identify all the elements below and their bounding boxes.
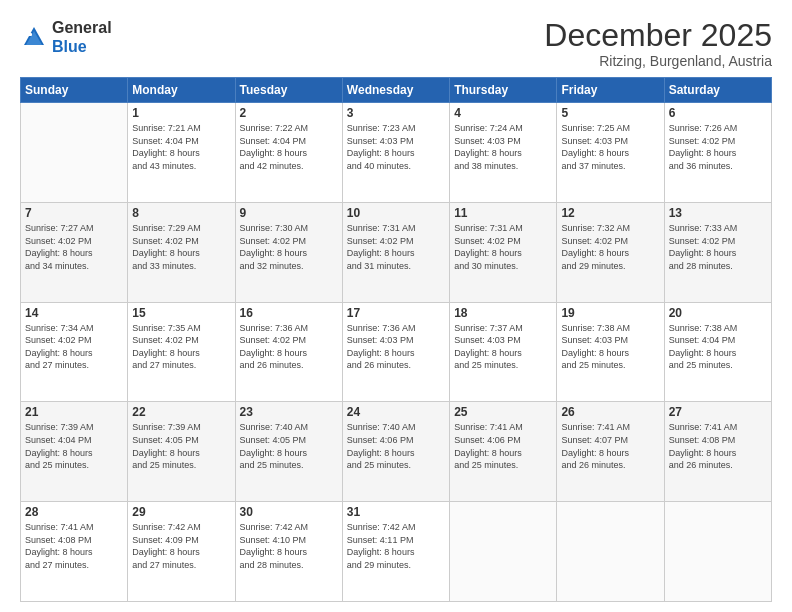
day-number: 6: [669, 106, 767, 120]
calendar-cell: 4Sunrise: 7:24 AM Sunset: 4:03 PM Daylig…: [450, 103, 557, 203]
day-number: 17: [347, 306, 445, 320]
weekday-saturday: Saturday: [664, 78, 771, 103]
calendar-cell: 10Sunrise: 7:31 AM Sunset: 4:02 PM Dayli…: [342, 202, 449, 302]
calendar-cell: 23Sunrise: 7:40 AM Sunset: 4:05 PM Dayli…: [235, 402, 342, 502]
day-info: Sunrise: 7:36 AM Sunset: 4:03 PM Dayligh…: [347, 322, 445, 372]
weekday-tuesday: Tuesday: [235, 78, 342, 103]
day-number: 3: [347, 106, 445, 120]
calendar-cell: 6Sunrise: 7:26 AM Sunset: 4:02 PM Daylig…: [664, 103, 771, 203]
day-number: 2: [240, 106, 338, 120]
day-number: 4: [454, 106, 552, 120]
day-number: 12: [561, 206, 659, 220]
calendar-cell: [557, 502, 664, 602]
calendar-cell: 19Sunrise: 7:38 AM Sunset: 4:03 PM Dayli…: [557, 302, 664, 402]
day-number: 13: [669, 206, 767, 220]
day-number: 21: [25, 405, 123, 419]
logo-general: General: [52, 18, 112, 37]
calendar-week-1: 1Sunrise: 7:21 AM Sunset: 4:04 PM Daylig…: [21, 103, 772, 203]
calendar-cell: 14Sunrise: 7:34 AM Sunset: 4:02 PM Dayli…: [21, 302, 128, 402]
weekday-wednesday: Wednesday: [342, 78, 449, 103]
calendar-cell: 28Sunrise: 7:41 AM Sunset: 4:08 PM Dayli…: [21, 502, 128, 602]
calendar-cell: 13Sunrise: 7:33 AM Sunset: 4:02 PM Dayli…: [664, 202, 771, 302]
day-info: Sunrise: 7:38 AM Sunset: 4:03 PM Dayligh…: [561, 322, 659, 372]
day-info: Sunrise: 7:34 AM Sunset: 4:02 PM Dayligh…: [25, 322, 123, 372]
day-number: 20: [669, 306, 767, 320]
day-info: Sunrise: 7:26 AM Sunset: 4:02 PM Dayligh…: [669, 122, 767, 172]
weekday-monday: Monday: [128, 78, 235, 103]
calendar-cell: 7Sunrise: 7:27 AM Sunset: 4:02 PM Daylig…: [21, 202, 128, 302]
calendar-cell: 17Sunrise: 7:36 AM Sunset: 4:03 PM Dayli…: [342, 302, 449, 402]
weekday-header-row: SundayMondayTuesdayWednesdayThursdayFrid…: [21, 78, 772, 103]
day-number: 19: [561, 306, 659, 320]
calendar-cell: 8Sunrise: 7:29 AM Sunset: 4:02 PM Daylig…: [128, 202, 235, 302]
day-number: 28: [25, 505, 123, 519]
day-info: Sunrise: 7:38 AM Sunset: 4:04 PM Dayligh…: [669, 322, 767, 372]
weekday-friday: Friday: [557, 78, 664, 103]
calendar-cell: [21, 103, 128, 203]
day-number: 5: [561, 106, 659, 120]
day-number: 15: [132, 306, 230, 320]
calendar-cell: 20Sunrise: 7:38 AM Sunset: 4:04 PM Dayli…: [664, 302, 771, 402]
day-info: Sunrise: 7:32 AM Sunset: 4:02 PM Dayligh…: [561, 222, 659, 272]
logo-icon: [20, 23, 48, 51]
calendar-week-4: 21Sunrise: 7:39 AM Sunset: 4:04 PM Dayli…: [21, 402, 772, 502]
calendar-cell: 15Sunrise: 7:35 AM Sunset: 4:02 PM Dayli…: [128, 302, 235, 402]
day-info: Sunrise: 7:40 AM Sunset: 4:06 PM Dayligh…: [347, 421, 445, 471]
calendar-cell: 25Sunrise: 7:41 AM Sunset: 4:06 PM Dayli…: [450, 402, 557, 502]
calendar-cell: 29Sunrise: 7:42 AM Sunset: 4:09 PM Dayli…: [128, 502, 235, 602]
logo: General Blue: [20, 18, 112, 56]
calendar-week-2: 7Sunrise: 7:27 AM Sunset: 4:02 PM Daylig…: [21, 202, 772, 302]
day-info: Sunrise: 7:30 AM Sunset: 4:02 PM Dayligh…: [240, 222, 338, 272]
day-info: Sunrise: 7:37 AM Sunset: 4:03 PM Dayligh…: [454, 322, 552, 372]
calendar-cell: 24Sunrise: 7:40 AM Sunset: 4:06 PM Dayli…: [342, 402, 449, 502]
day-info: Sunrise: 7:41 AM Sunset: 4:08 PM Dayligh…: [25, 521, 123, 571]
title-block: December 2025 Ritzing, Burgenland, Austr…: [544, 18, 772, 69]
day-info: Sunrise: 7:33 AM Sunset: 4:02 PM Dayligh…: [669, 222, 767, 272]
calendar-cell: 31Sunrise: 7:42 AM Sunset: 4:11 PM Dayli…: [342, 502, 449, 602]
day-info: Sunrise: 7:36 AM Sunset: 4:02 PM Dayligh…: [240, 322, 338, 372]
logo-text: General Blue: [52, 18, 112, 56]
month-title: December 2025: [544, 18, 772, 53]
day-info: Sunrise: 7:42 AM Sunset: 4:09 PM Dayligh…: [132, 521, 230, 571]
weekday-sunday: Sunday: [21, 78, 128, 103]
logo-blue: Blue: [52, 37, 112, 56]
day-number: 7: [25, 206, 123, 220]
day-number: 27: [669, 405, 767, 419]
day-info: Sunrise: 7:24 AM Sunset: 4:03 PM Dayligh…: [454, 122, 552, 172]
calendar-cell: [450, 502, 557, 602]
calendar-cell: 1Sunrise: 7:21 AM Sunset: 4:04 PM Daylig…: [128, 103, 235, 203]
day-info: Sunrise: 7:23 AM Sunset: 4:03 PM Dayligh…: [347, 122, 445, 172]
weekday-thursday: Thursday: [450, 78, 557, 103]
calendar-cell: 22Sunrise: 7:39 AM Sunset: 4:05 PM Dayli…: [128, 402, 235, 502]
day-info: Sunrise: 7:41 AM Sunset: 4:06 PM Dayligh…: [454, 421, 552, 471]
day-number: 23: [240, 405, 338, 419]
day-number: 14: [25, 306, 123, 320]
day-number: 10: [347, 206, 445, 220]
calendar-week-3: 14Sunrise: 7:34 AM Sunset: 4:02 PM Dayli…: [21, 302, 772, 402]
calendar-cell: 9Sunrise: 7:30 AM Sunset: 4:02 PM Daylig…: [235, 202, 342, 302]
day-info: Sunrise: 7:39 AM Sunset: 4:04 PM Dayligh…: [25, 421, 123, 471]
calendar-page: General Blue December 2025 Ritzing, Burg…: [0, 0, 792, 612]
day-number: 18: [454, 306, 552, 320]
day-info: Sunrise: 7:29 AM Sunset: 4:02 PM Dayligh…: [132, 222, 230, 272]
calendar-cell: 18Sunrise: 7:37 AM Sunset: 4:03 PM Dayli…: [450, 302, 557, 402]
calendar-cell: 30Sunrise: 7:42 AM Sunset: 4:10 PM Dayli…: [235, 502, 342, 602]
calendar-cell: 11Sunrise: 7:31 AM Sunset: 4:02 PM Dayli…: [450, 202, 557, 302]
day-number: 11: [454, 206, 552, 220]
day-info: Sunrise: 7:41 AM Sunset: 4:08 PM Dayligh…: [669, 421, 767, 471]
day-info: Sunrise: 7:27 AM Sunset: 4:02 PM Dayligh…: [25, 222, 123, 272]
calendar-cell: 21Sunrise: 7:39 AM Sunset: 4:04 PM Dayli…: [21, 402, 128, 502]
calendar-cell: 16Sunrise: 7:36 AM Sunset: 4:02 PM Dayli…: [235, 302, 342, 402]
day-number: 22: [132, 405, 230, 419]
day-number: 31: [347, 505, 445, 519]
calendar-cell: 12Sunrise: 7:32 AM Sunset: 4:02 PM Dayli…: [557, 202, 664, 302]
day-info: Sunrise: 7:41 AM Sunset: 4:07 PM Dayligh…: [561, 421, 659, 471]
day-number: 16: [240, 306, 338, 320]
day-number: 26: [561, 405, 659, 419]
header: General Blue December 2025 Ritzing, Burg…: [20, 18, 772, 69]
day-info: Sunrise: 7:21 AM Sunset: 4:04 PM Dayligh…: [132, 122, 230, 172]
calendar-cell: 5Sunrise: 7:25 AM Sunset: 4:03 PM Daylig…: [557, 103, 664, 203]
day-number: 25: [454, 405, 552, 419]
day-info: Sunrise: 7:31 AM Sunset: 4:02 PM Dayligh…: [347, 222, 445, 272]
calendar-cell: 26Sunrise: 7:41 AM Sunset: 4:07 PM Dayli…: [557, 402, 664, 502]
